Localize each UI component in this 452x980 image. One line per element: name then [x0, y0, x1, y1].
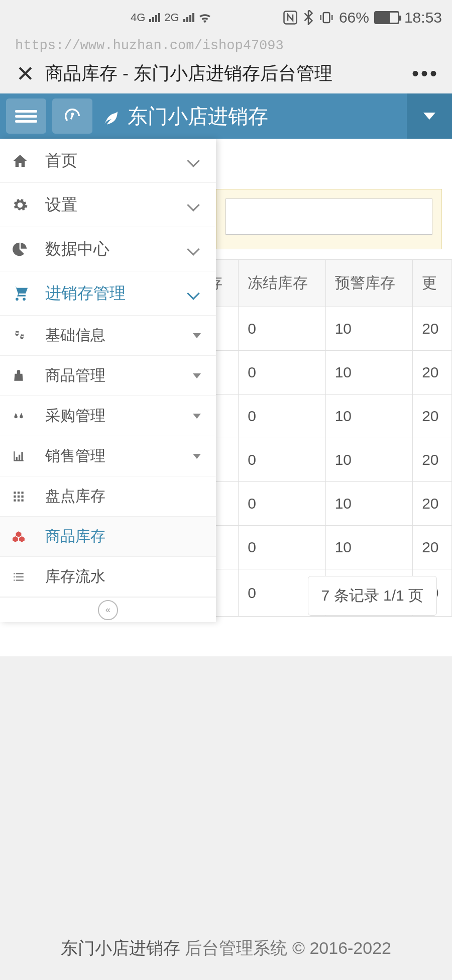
nfc-icon [283, 10, 298, 25]
cell-upd: 20 [413, 526, 452, 569]
subnav-item-cogs[interactable]: 基础信息 [0, 316, 216, 356]
caret-down-icon [193, 414, 201, 419]
nav-item-home[interactable]: 首页 [0, 139, 216, 183]
device-status-bar: 4G 2G 66% 18:53 [0, 0, 452, 35]
battery-percent: 66% [339, 9, 369, 26]
footer-brand: 东门小店进销存 [61, 938, 180, 957]
more-menu-icon[interactable]: ••• [412, 62, 442, 85]
subnav-item-chart[interactable]: 销售管理 [0, 436, 216, 476]
pagination-info[interactable]: 7 条记录 1/1 页 [308, 576, 437, 616]
scale-icon [12, 410, 39, 423]
chevron-down-icon [187, 287, 199, 300]
signal-2g-label: 2G [164, 11, 179, 24]
close-icon[interactable]: ✕ [10, 61, 40, 86]
header-dropdown-button[interactable] [407, 93, 452, 139]
cell-frozen: 0 [239, 438, 326, 482]
cell-frozen: 0 [239, 307, 326, 351]
cell-warn: 10 [325, 526, 413, 569]
home-icon [12, 153, 39, 169]
subnav-label: 商品库存 [39, 526, 201, 547]
signal-cluster: 4G 2G [131, 11, 211, 24]
app-brand[interactable]: 东门小店进销存 [102, 103, 407, 130]
nav-item-pie[interactable]: 数据中心 [0, 227, 216, 271]
bluetooth-icon [303, 10, 314, 25]
app-brand-label: 东门小店进销存 [128, 103, 268, 130]
battery-icon [374, 11, 399, 24]
signal-4g-label: 4G [131, 11, 145, 24]
column-header[interactable]: 更 [413, 260, 452, 307]
hamburger-icon [15, 108, 37, 125]
caret-down-icon [193, 373, 201, 378]
cell-frozen: 0 [239, 526, 326, 569]
sidebar-collapse-button[interactable]: « [0, 597, 216, 622]
signal-bars-icon [149, 13, 160, 22]
column-header[interactable]: 预警库存 [325, 260, 413, 307]
chevron-down-icon [187, 154, 199, 167]
cell-warn: 10 [325, 482, 413, 526]
nav-item-cart[interactable]: 进销存管理 [0, 271, 216, 316]
bag-icon [12, 369, 39, 382]
caret-down-icon [193, 333, 201, 338]
subnav-item-boxes[interactable]: 商品库存 [0, 517, 216, 557]
footer-copyright: 后台管理系统 © 2016-2022 [185, 938, 391, 957]
signal-bars-icon [183, 13, 194, 22]
subnav-label: 基础信息 [39, 325, 193, 346]
nav-label: 首页 [39, 150, 189, 172]
subnav-label: 盘点库存 [39, 486, 201, 507]
footer: 东门小店进销存 后台管理系统 © 2016-2022 [0, 937, 452, 960]
app-header: 东门小店进销存 [0, 93, 452, 139]
subnav-label: 商品管理 [39, 365, 193, 386]
grid-icon [12, 490, 39, 503]
cell-warn: 10 [325, 395, 413, 438]
status-right: 66% 18:53 [283, 9, 442, 26]
gauge-icon [62, 106, 82, 126]
subnav-label: 库存流水 [39, 566, 201, 587]
subnav-label: 销售管理 [39, 446, 193, 466]
dashboard-button[interactable] [52, 99, 92, 134]
nav-label: 设置 [39, 194, 189, 216]
cogs-icon [12, 329, 39, 342]
chevron-down-icon [187, 199, 199, 211]
nav-item-gear[interactable]: 设置 [0, 183, 216, 227]
leaf-icon [102, 107, 121, 125]
hamburger-menu-button[interactable] [6, 99, 46, 134]
nav-label: 进销存管理 [39, 282, 189, 305]
subnav-item-scale[interactable]: 采购管理 [0, 396, 216, 436]
subnav-item-bag[interactable]: 商品管理 [0, 356, 216, 396]
cell-upd: 20 [413, 438, 452, 482]
cell-warn: 10 [325, 307, 413, 351]
cell-upd: 20 [413, 307, 452, 351]
caret-down-icon [193, 454, 201, 459]
list-icon [12, 570, 39, 583]
page-title: 商品库存 - 东门小店进销存后台管理 [40, 61, 412, 86]
cell-upd: 20 [413, 351, 452, 395]
subnav-item-list[interactable]: 库存流水 [0, 557, 216, 597]
cell-frozen: 0 [239, 395, 326, 438]
cell-frozen: 0 [239, 351, 326, 395]
boxes-icon [12, 530, 39, 543]
gear-icon [12, 197, 39, 213]
chevron-down-icon [423, 113, 435, 120]
subnav-label: 采购管理 [39, 406, 193, 426]
url-text: https://www.huzhan.com/ishop47093 [0, 35, 452, 53]
chevron-down-icon [187, 243, 199, 255]
svg-rect-1 [323, 13, 330, 23]
wifi-icon [198, 12, 211, 23]
pie-icon [12, 241, 39, 257]
cell-upd: 20 [413, 395, 452, 438]
clock-time: 18:53 [404, 9, 442, 26]
nav-label: 数据中心 [39, 238, 189, 260]
content-area: 仓库商品前库存冻结库存预警库存更 01020010200102001020010… [0, 139, 452, 656]
cell-upd: 20 [413, 482, 452, 526]
browser-header: ✕ 商品库存 - 东门小店进销存后台管理 ••• [0, 53, 452, 93]
search-input[interactable] [225, 199, 432, 235]
vibrate-icon [319, 10, 334, 25]
cell-frozen: 0 [239, 482, 326, 526]
chart-icon [12, 450, 39, 463]
column-header[interactable]: 冻结库存 [239, 260, 326, 307]
sidebar-menu: 首页设置数据中心进销存管理 基础信息商品管理采购管理销售管理盘点库存商品库存库存… [0, 139, 216, 622]
cell-warn: 10 [325, 438, 413, 482]
subnav-item-grid[interactable]: 盘点库存 [0, 476, 216, 517]
cell-warn: 10 [325, 351, 413, 395]
cart-icon [12, 285, 39, 302]
